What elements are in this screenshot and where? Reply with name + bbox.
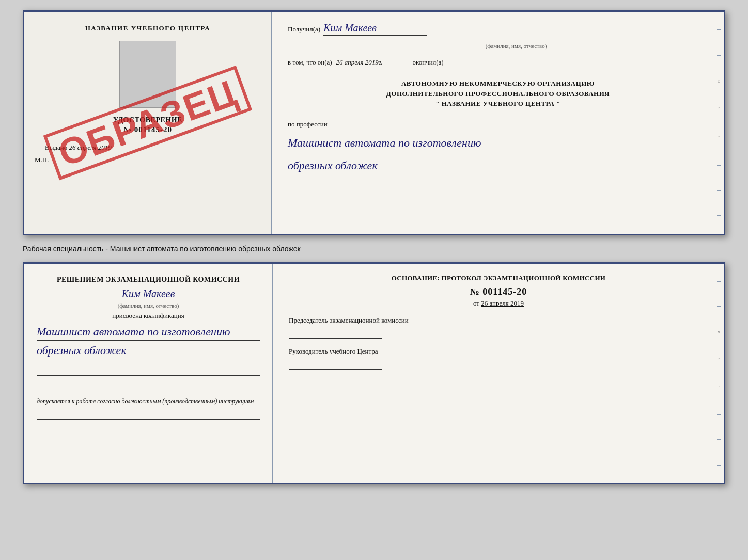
osnov-label: Основание: протокол экзаменационной коми…: [289, 274, 708, 282]
profession-value-line1: Машинист автомата по изготовлению: [288, 136, 708, 151]
top-document: НАЗВАНИЕ УЧЕБНОГО ЦЕНТРА УДОСТОВЕРЕНИЕ №…: [23, 10, 725, 235]
mp-label: М.П.: [35, 156, 49, 164]
spine-label-ya-b: я: [716, 358, 722, 361]
doc-issued: Выдано 26 апреля 2019: [45, 143, 112, 152]
komissia-title: Решением экзаменационной комиссии: [37, 274, 260, 285]
spine-mark-b5: [717, 465, 721, 466]
org-name: " НАЗВАНИЕ УЧЕБНОГО ЦЕНТРА ": [288, 100, 708, 108]
blank-line-1: [37, 364, 260, 376]
received-name: Ким Макеев: [323, 22, 427, 36]
spine-marks-bottom: и я ←: [714, 264, 724, 483]
spine-mark-b1: [717, 281, 721, 282]
org-line1: АВТОНОМНУЮ НЕКОММЕРЧЕСКУЮ ОРГАНИЗАЦИЮ: [288, 78, 708, 89]
spine-marks: и я ←: [714, 12, 724, 234]
spine-mark-b3: [717, 414, 721, 415]
spine-mark: [717, 29, 721, 30]
rukov-signature: [289, 358, 382, 370]
blank-line-2: [37, 379, 260, 390]
in-that-line: в том, что он(а) 26 апреля 2019г. окончи…: [288, 58, 708, 67]
profession-text-1: Машинист автомата по изготовлению: [288, 136, 481, 149]
finished-label: окончил(а): [413, 58, 444, 67]
assigned-label: присвоена квалификация: [37, 312, 260, 320]
issued-label: Выдано: [45, 143, 67, 151]
spine-mark: [717, 215, 721, 216]
received-line: Получил(а) Ким Макеев –: [288, 22, 708, 36]
spine-mark: [717, 165, 721, 166]
protocol-number: № 001145-20: [289, 286, 708, 297]
received-hint: (фамилия, имя, отчество): [324, 43, 708, 49]
bottom-doc-left: Решением экзаменационной комиссии Ким Ма…: [24, 264, 272, 483]
blank-line-3: [37, 408, 260, 420]
komissia-hint: (фамилия, имя, отчество): [37, 302, 260, 309]
issued-date: 26 апреля 2019: [69, 143, 112, 151]
spine-label-i: и: [716, 80, 722, 83]
chairman-label: Председатель экзаменационной комиссии: [289, 316, 708, 325]
komissia-name: Ким Макеев: [37, 288, 260, 301]
допускается-prefix: допускается к: [37, 397, 76, 405]
from-date-line: от 26 апреля 2019: [289, 299, 708, 308]
rukov-block: Руководитель учебного Центра: [289, 347, 708, 370]
top-doc-right: Получил(а) Ким Макеев – (фамилия, имя, о…: [272, 12, 724, 234]
bottom-doc-right: Основание: протокол экзаменационной коми…: [272, 264, 724, 483]
top-doc-left: НАЗВАНИЕ УЧЕБНОГО ЦЕНТРА УДОСТОВЕРЕНИЕ №…: [24, 12, 272, 234]
received-label: Получил(а): [288, 25, 320, 34]
blank-lines: [37, 364, 260, 393]
spine-label-arrow: ←: [716, 135, 722, 140]
bottom-document: Решением экзаменационной комиссии Ким Ма…: [23, 262, 725, 484]
qualification-line2: обрезных обложек: [37, 343, 260, 359]
chairman-signature: [289, 327, 382, 339]
photo-placeholder: [119, 41, 176, 108]
between-label: Рабочая специальность - Машинист автомат…: [23, 242, 725, 256]
допускается-text: допускается к работе согласно должностны…: [37, 397, 260, 405]
doc-subtitle: УДОСТОВЕРЕНИЕ: [113, 116, 182, 124]
doc-number: № 001145-20: [123, 125, 172, 134]
top-left-title: НАЗВАНИЕ УЧЕБНОГО ЦЕНТРА: [85, 24, 211, 33]
org-block: АВТОНОМНУЮ НЕКОММЕРЧЕСКУЮ ОРГАНИЗАЦИЮ ДО…: [288, 78, 708, 108]
profession-text-2: обрезных обложек: [288, 159, 378, 172]
org-line2: ДОПОЛНИТЕЛЬНОГО ПРОФЕССИОНАЛЬНОГО ОБРАЗО…: [288, 89, 708, 99]
spine-mark-b2: [717, 306, 721, 307]
spine-mark: [717, 190, 721, 191]
chairman-block: Председатель экзаменационной комиссии: [289, 316, 708, 339]
spine-mark: [717, 55, 721, 56]
spine-label-ya: я: [716, 107, 722, 110]
допускается-content: работе согласно должностным (производств…: [76, 397, 254, 405]
qualification-line1: Машинист автомата по изготовлению: [37, 324, 260, 341]
qual-text-1: Машинист автомата по изготовлению: [37, 325, 230, 338]
profession-label: по профессии: [288, 120, 708, 129]
profession-value-line2: обрезных обложек: [288, 158, 708, 174]
qual-text-2: обрезных обложек: [37, 344, 127, 357]
spine-label-i-b: и: [716, 331, 722, 334]
in-that-label: в том, что он(а): [288, 58, 332, 67]
rukov-label: Руководитель учебного Центра: [289, 347, 708, 356]
in-that-date: 26 апреля 2019г.: [336, 58, 409, 67]
spine-mark-b4: [717, 439, 721, 440]
spine-label-arrow-b: ←: [716, 385, 722, 391]
